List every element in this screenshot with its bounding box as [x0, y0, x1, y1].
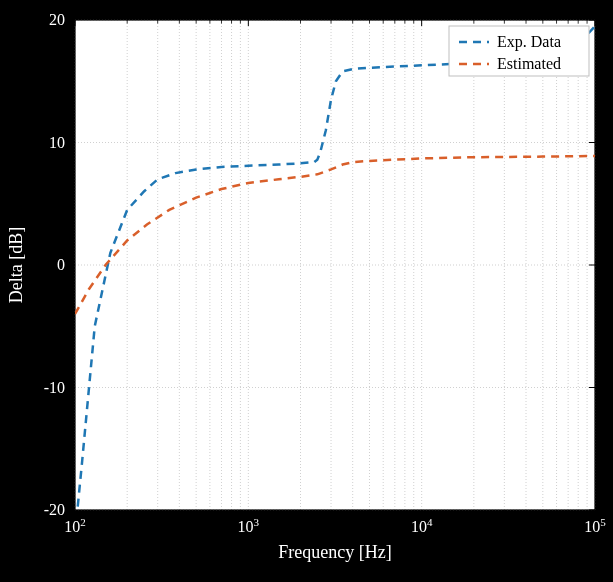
y-tick-label: -10	[44, 379, 65, 396]
legend-label: Estimated	[497, 55, 561, 72]
y-tick-label: 10	[49, 134, 65, 151]
x-tick-label: 104	[411, 516, 433, 535]
x-tick-label: 105	[584, 516, 606, 535]
x-axis-label: Frequency [Hz]	[278, 542, 391, 562]
y-tick-label: -20	[44, 501, 65, 518]
x-tick-label: 103	[238, 516, 260, 535]
chart-svg: 102103104105-20-1001020Frequency [Hz]Del…	[0, 0, 613, 582]
y-tick-label: 20	[49, 11, 65, 28]
delta-frequency-chart: 102103104105-20-1001020Frequency [Hz]Del…	[0, 0, 613, 582]
x-tick-label: 102	[64, 516, 86, 535]
y-axis-label: Delta [dB]	[6, 227, 26, 303]
y-tick-label: 0	[57, 256, 65, 273]
legend-label: Exp. Data	[497, 33, 561, 51]
